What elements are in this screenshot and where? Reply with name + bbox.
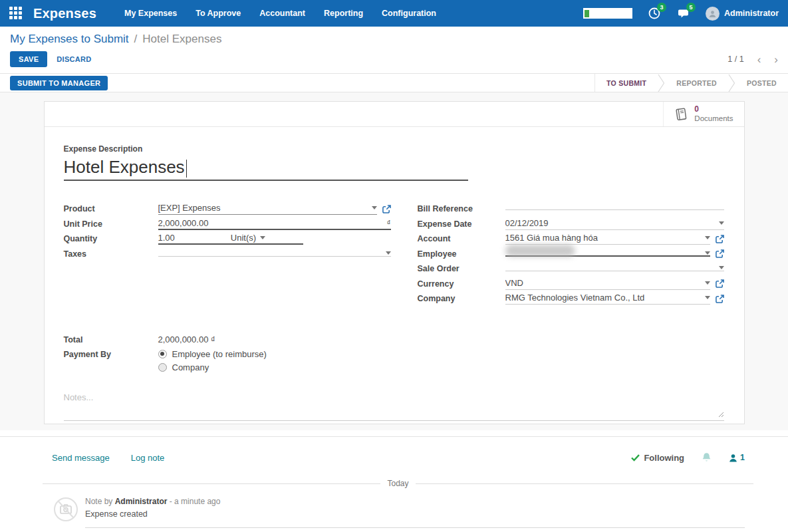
- company-value: RMG Technologies Vietnam Co., Ltd: [505, 293, 701, 303]
- text-cursor: [186, 160, 187, 178]
- account-field[interactable]: 1561 Giá mua hàng hóa: [505, 233, 710, 245]
- book-icon: [674, 107, 688, 121]
- pager-previous-icon[interactable]: ‹: [757, 54, 761, 65]
- bill-reference-field[interactable]: [505, 208, 724, 210]
- sale-order-label: Sale Order: [418, 261, 505, 277]
- currency-value: VND: [505, 278, 701, 288]
- dropdown-caret-icon[interactable]: [705, 281, 710, 285]
- employee-external-link-icon[interactable]: [716, 249, 724, 258]
- dropdown-caret-icon[interactable]: [372, 206, 377, 209]
- payment-company-radio[interactable]: Company: [158, 361, 724, 375]
- log-note-button[interactable]: Log note: [131, 453, 165, 463]
- currency-external-link-icon[interactable]: [716, 279, 724, 288]
- message-body: Expense created: [85, 509, 745, 519]
- dropdown-caret-icon[interactable]: [705, 296, 710, 299]
- menu-to-approve[interactable]: To Approve: [196, 9, 241, 18]
- chatter: Send message Log note Following 1 Today: [0, 437, 788, 528]
- radio-selected-icon[interactable]: [158, 350, 167, 358]
- control-panel: My Expenses to Submit / Hotel Expenses S…: [0, 27, 788, 73]
- dropdown-caret-icon[interactable]: [705, 251, 710, 255]
- app-title[interactable]: Expenses: [33, 6, 96, 21]
- taxes-field[interactable]: [158, 251, 391, 257]
- pager-next-icon[interactable]: ›: [774, 54, 778, 65]
- datepicker-caret-icon[interactable]: [719, 221, 724, 225]
- messages-badge: 5: [686, 3, 696, 12]
- message-author[interactable]: Administrator: [115, 497, 168, 506]
- unit-price-field[interactable]: 2,000,000.00 ₫: [158, 218, 391, 230]
- submit-to-manager-button[interactable]: SUBMIT TO MANAGER: [10, 76, 108, 90]
- employee-label: Employee: [418, 247, 505, 262]
- company-external-link-icon[interactable]: [716, 295, 724, 303]
- activities-clock-icon[interactable]: 3: [647, 6, 662, 21]
- check-icon: [631, 454, 640, 462]
- messages-icon[interactable]: 5: [676, 6, 691, 21]
- dropdown-caret-icon[interactable]: [719, 266, 724, 269]
- breadcrumb-parent-link[interactable]: My Expenses to Submit: [10, 33, 129, 46]
- save-button[interactable]: SAVE: [10, 51, 47, 67]
- documents-count: 0: [694, 105, 733, 114]
- payment-employee-option: Employee (to reimburse): [172, 349, 267, 359]
- radio-unselected-icon[interactable]: [158, 363, 167, 372]
- company-field[interactable]: RMG Technologies Vietnam Co., Ltd: [505, 293, 710, 305]
- documents-stat-button[interactable]: 0 Documents: [663, 102, 743, 126]
- menu-configuration[interactable]: Configuration: [382, 9, 436, 18]
- dropdown-caret-icon[interactable]: [386, 251, 391, 255]
- status-reported[interactable]: REPORTED: [665, 74, 728, 92]
- product-external-link-icon[interactable]: [382, 205, 391, 213]
- account-value: 1561 Giá mua hàng hóa: [505, 233, 701, 243]
- expense-date-field[interactable]: 02/12/2019: [505, 218, 724, 230]
- redacted-employee-value: [505, 245, 575, 257]
- following-button[interactable]: Following: [631, 453, 684, 463]
- bill-reference-label: Bill Reference: [418, 201, 505, 217]
- payment-employee-radio[interactable]: Employee (to reimburse): [158, 347, 724, 361]
- payment-company-option: Company: [172, 362, 209, 372]
- resize-handle-icon[interactable]: [718, 408, 724, 420]
- employee-field[interactable]: [505, 251, 710, 257]
- chatter-message: Note by Administrator - a minute ago Exp…: [52, 497, 745, 528]
- user-avatar: [706, 7, 720, 21]
- unit-price-label: Unit Price: [64, 217, 158, 232]
- day-separator-label: Today: [380, 479, 415, 488]
- message-prefix: Note by: [85, 497, 112, 506]
- no-image-avatar-icon: [53, 497, 78, 522]
- menu-accountant[interactable]: Accountant: [259, 9, 305, 18]
- taxes-label: Taxes: [64, 247, 158, 262]
- unit-price-value: 2,000,000.00: [158, 218, 387, 228]
- expense-date-label: Expense Date: [418, 217, 505, 232]
- uom-value[interactable]: Unit(s): [231, 233, 256, 243]
- send-message-button[interactable]: Send message: [52, 453, 110, 463]
- discard-button[interactable]: DISCARD: [47, 51, 100, 67]
- status-to-submit[interactable]: TO SUBMIT: [595, 74, 658, 92]
- quantity-field[interactable]: 1.00 Unit(s): [158, 233, 303, 245]
- uom-caret-icon[interactable]: [260, 236, 265, 239]
- pager-value: 1 / 1: [727, 55, 743, 64]
- status-posted[interactable]: POSTED: [735, 74, 788, 92]
- user-menu[interactable]: Administrator: [706, 7, 779, 21]
- followers-button[interactable]: 1: [729, 453, 745, 462]
- redacted-widget: [583, 8, 632, 19]
- bell-icon[interactable]: [702, 452, 712, 463]
- form-left-group: Product [EXP] Expenses Unit Price 2,000,…: [64, 201, 391, 307]
- breadcrumb: My Expenses to Submit / Hotel Expenses: [10, 33, 778, 46]
- expense-description-label: Expense Description: [64, 144, 724, 154]
- product-label: Product: [64, 201, 158, 217]
- account-external-link-icon[interactable]: [716, 235, 724, 243]
- menu-my-expenses[interactable]: My Expenses: [124, 9, 177, 18]
- expense-description-field[interactable]: Hotel Expenses: [64, 157, 468, 181]
- notes-input[interactable]: [64, 392, 724, 421]
- currency-symbol: ₫: [387, 219, 391, 227]
- main-menu: My Expenses To Approve Accountant Report…: [124, 9, 436, 18]
- dropdown-caret-icon[interactable]: [705, 236, 710, 239]
- currency-field[interactable]: VND: [505, 278, 710, 290]
- menu-reporting[interactable]: Reporting: [324, 9, 363, 18]
- form-view-background: 0 Documents Expense Description Hotel Ex…: [0, 92, 788, 430]
- message-time: - a minute ago: [170, 497, 221, 506]
- product-field[interactable]: [EXP] Expenses: [158, 203, 377, 215]
- user-name: Administrator: [724, 9, 779, 18]
- day-separator: Today: [43, 479, 753, 488]
- apps-grid-icon[interactable]: [9, 7, 23, 20]
- payment-by-label: Payment By: [64, 347, 158, 362]
- activities-badge: 3: [657, 3, 666, 12]
- sale-order-field[interactable]: [505, 266, 724, 271]
- status-chevron-icon: [658, 74, 665, 92]
